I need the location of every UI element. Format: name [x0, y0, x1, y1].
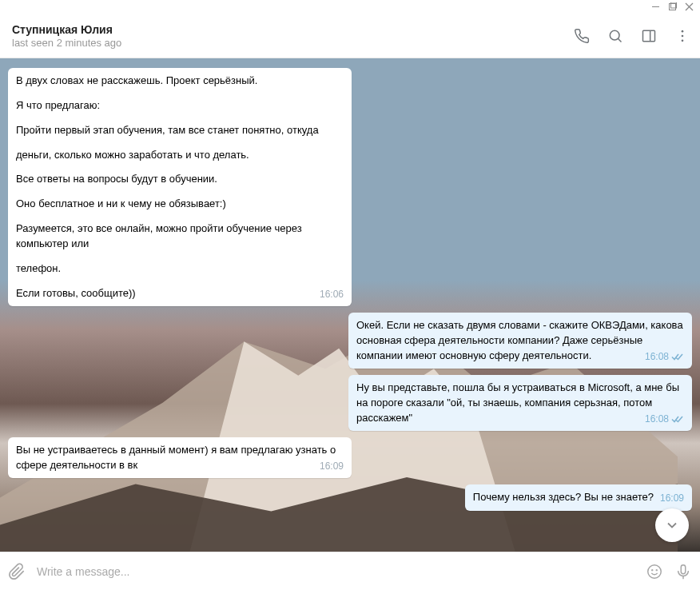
- close-button[interactable]: [685, 2, 694, 13]
- message-text: телефон.: [16, 261, 344, 277]
- more-button[interactable]: [674, 28, 690, 44]
- message-meta: 16:09: [660, 492, 684, 505]
- minimize-button[interactable]: [651, 2, 660, 13]
- svg-line-6: [618, 38, 621, 42]
- svg-point-16: [652, 569, 653, 570]
- svg-point-10: [682, 35, 684, 38]
- message-meta: 16:09: [320, 460, 344, 473]
- svg-rect-7: [643, 30, 655, 41]
- svg-point-11: [682, 40, 684, 42]
- message-bubble[interactable]: Почему нельзя здесь? Вы не знаете?16:09: [465, 484, 692, 510]
- message-time: 16:09: [320, 460, 344, 473]
- message-time: 16:08: [645, 413, 669, 426]
- message-text: Почему нельзя здесь? Вы не знаете?16:09: [473, 490, 684, 505]
- read-checks-icon: [671, 353, 684, 361]
- message-bubble[interactable]: В двух словах не расскажешь. Проект серь…: [8, 68, 352, 306]
- input-bar: [0, 552, 700, 590]
- message-text: деньги, сколько можно заработать и что д…: [16, 148, 344, 163]
- svg-point-15: [648, 564, 662, 578]
- svg-rect-18: [681, 564, 686, 573]
- voice-button[interactable]: [674, 563, 692, 580]
- window-controls: [0, 0, 700, 14]
- search-button[interactable]: [607, 28, 623, 44]
- maximize-button[interactable]: [668, 2, 677, 13]
- contact-status: last seen 2 minutes ago: [12, 37, 574, 49]
- svg-rect-1: [670, 3, 676, 10]
- message-text: Если готовы, сообщите))16:06: [16, 286, 344, 301]
- message-text: Разумеется, это все онлайн, можно пройти…: [16, 221, 344, 252]
- emoji-button[interactable]: [646, 563, 663, 580]
- message-text: Окей. Если не сказать двумя словами - ск…: [356, 318, 684, 364]
- message-text: Оно бесплатное и ни к чему не обязывает:…: [16, 197, 344, 212]
- message-time: 16:09: [660, 492, 684, 505]
- message-text: Ну вы представьте, пошла бы я устраивать…: [356, 381, 684, 426]
- scroll-down-button[interactable]: [655, 508, 689, 542]
- message-bubble[interactable]: Окей. Если не сказать двумя словами - ск…: [348, 313, 692, 369]
- message-text: В двух словах не расскажешь. Проект серь…: [16, 74, 344, 89]
- svg-point-17: [656, 569, 657, 570]
- message-input[interactable]: [37, 565, 634, 578]
- call-button[interactable]: [574, 28, 590, 44]
- svg-point-9: [682, 30, 684, 33]
- message-meta: 16:08: [645, 350, 684, 364]
- chat-area: В двух словах не расскажешь. Проект серь…: [0, 58, 700, 552]
- message-text: Все ответы на вопросы будут в обучении.: [16, 172, 344, 187]
- message-meta: 16:08: [645, 413, 684, 426]
- message-bubble[interactable]: Вы не устраиваетесь в данный момент) я в…: [8, 437, 352, 478]
- message-text: Пройти первый этап обучения, там все ста…: [16, 123, 344, 138]
- chat-header: Ступницкая Юлия last seen 2 minutes ago: [0, 14, 700, 58]
- attach-button[interactable]: [8, 563, 26, 580]
- message-time: 16:06: [320, 288, 344, 301]
- contact-name[interactable]: Ступницкая Юлия: [12, 23, 574, 36]
- message-text: Вы не устраиваетесь в данный момент) я в…: [16, 443, 344, 473]
- read-checks-icon: [671, 415, 684, 424]
- messages-list[interactable]: В двух словах не расскажешь. Проект серь…: [0, 58, 700, 552]
- sidebar-toggle-button[interactable]: [641, 28, 657, 44]
- message-time: 16:08: [645, 350, 669, 364]
- message-meta: 16:06: [320, 288, 344, 301]
- message-text: Я что предлагаю:: [16, 98, 344, 114]
- svg-point-5: [610, 30, 619, 40]
- message-bubble[interactable]: Ну вы представьте, пошла бы я устраивать…: [348, 375, 692, 431]
